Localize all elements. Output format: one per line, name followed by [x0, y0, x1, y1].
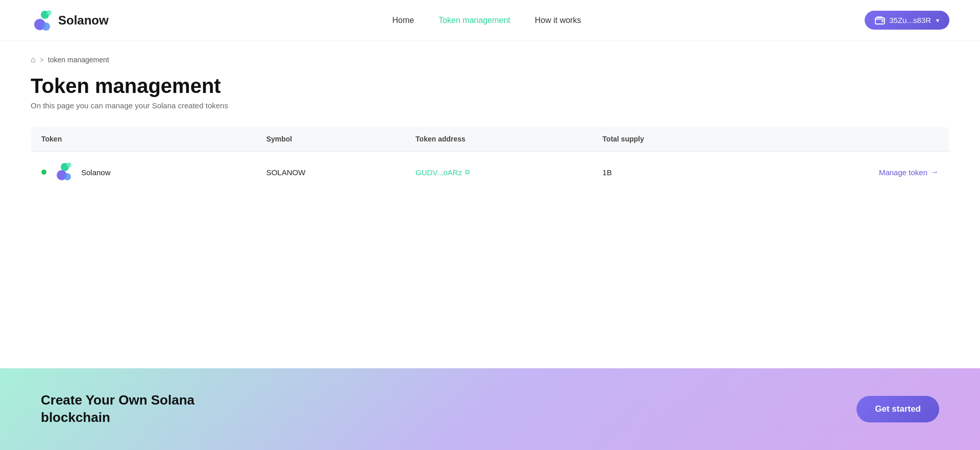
col-address: Token address — [405, 127, 592, 152]
breadcrumb-current: token management — [48, 56, 109, 64]
nav-token-management[interactable]: Token management — [438, 16, 510, 25]
token-supply: 1B — [592, 152, 747, 193]
external-link-icon: ⧉ — [465, 168, 470, 176]
arrow-right-icon: → — [930, 168, 939, 177]
token-address-link[interactable]: GUDV...oARz ⧉ — [415, 168, 582, 177]
col-supply: Total supply — [592, 127, 747, 152]
manage-token-cell: Manage token → — [748, 152, 949, 193]
manage-token-button[interactable]: Manage token → — [879, 168, 939, 177]
col-token: Token — [31, 127, 256, 152]
svg-rect-5 — [881, 20, 884, 22]
page-subtitle: On this page you can manage your Solana … — [31, 101, 949, 110]
token-cell: Solanow — [31, 152, 256, 193]
nav-links: Home Token management How it works — [393, 16, 581, 25]
token-address-text: GUDV...oARz — [415, 168, 462, 177]
breadcrumb-separator: > — [40, 56, 44, 64]
get-started-button[interactable]: Get started — [856, 396, 939, 422]
svg-point-7 — [66, 162, 71, 168]
svg-point-1 — [46, 10, 52, 15]
status-dot — [41, 170, 46, 175]
brand-name: Solanow — [58, 13, 109, 28]
logo-icon — [31, 9, 53, 32]
navbar: Solanow Home Token management How it wor… — [0, 0, 980, 41]
manage-token-label: Manage token — [879, 168, 927, 177]
nav-home[interactable]: Home — [393, 16, 414, 25]
col-symbol: Symbol — [256, 127, 405, 152]
token-address-cell: GUDV...oARz ⧉ — [405, 152, 592, 193]
nav-how-it-works[interactable]: How it works — [535, 16, 581, 25]
token-symbol: SOLANOW — [256, 152, 405, 193]
breadcrumb: ⌂ > token management — [31, 55, 949, 64]
svg-point-3 — [42, 22, 50, 31]
main-content: ⌂ > token management Token management On… — [0, 41, 980, 193]
token-table: Token Symbol Token address Total supply — [31, 126, 949, 193]
token-name: Solanow — [81, 168, 111, 177]
wallet-icon — [875, 16, 885, 25]
bottom-banner: Create Your Own Solana blockchain Get st… — [0, 368, 980, 450]
col-action — [748, 127, 949, 152]
table-row: Solanow SOLANOW GUDV...oARz ⧉ 1B Manage … — [31, 152, 949, 193]
wallet-address: 35Zu...s83R — [889, 16, 931, 25]
svg-point-9 — [64, 173, 71, 180]
token-logo — [54, 162, 74, 182]
banner-text: Create Your Own Solana blockchain — [41, 392, 194, 427]
logo[interactable]: Solanow — [31, 9, 109, 32]
table-header-row: Token Symbol Token address Total supply — [31, 127, 949, 152]
banner-title: Create Your Own Solana blockchain — [41, 392, 194, 427]
page-title: Token management — [31, 75, 949, 97]
home-icon[interactable]: ⌂ — [31, 55, 36, 64]
chevron-down-icon: ▾ — [936, 17, 939, 24]
wallet-button[interactable]: 35Zu...s83R ▾ — [865, 11, 949, 30]
